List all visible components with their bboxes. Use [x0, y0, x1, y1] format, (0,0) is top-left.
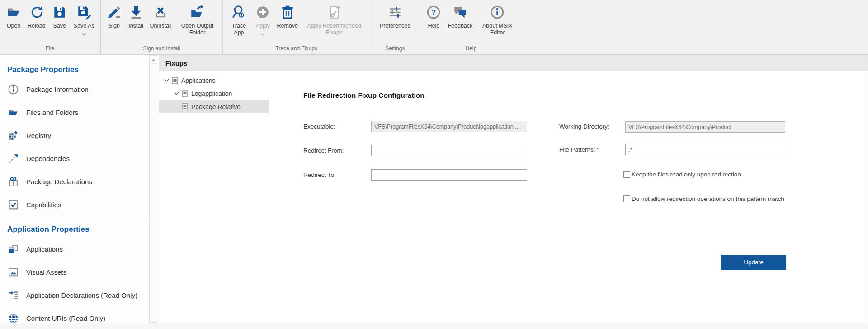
required-asterisk: * [597, 146, 599, 153]
apply-recommended-fixups-button: Apply Recommended Fixups [301, 2, 367, 36]
fixups-panel: Fixups Applications Logapplicatio [159, 55, 868, 323]
section-heading-application-properties: Application Properties [7, 225, 159, 234]
navigation-sidebar: Package Properties Package Information F… [0, 55, 159, 323]
sidebar-item-files-and-folders[interactable]: Files and Folders [7, 101, 159, 124]
tree-item-package-relative[interactable]: Package Relative [159, 100, 269, 113]
keep-read-only-checkbox[interactable]: Keep the files read only upon redirectio… [623, 171, 741, 178]
toolbar-group-settings: Preferences Settings [370, 0, 420, 54]
group-label-sign-and-install: Sign and Install [101, 44, 223, 54]
sidebar-item-application-declarations[interactable]: Application Declarations (Read Only) [7, 284, 159, 307]
redirect-to-input[interactable] [371, 169, 527, 181]
app-windows-icon [7, 243, 19, 255]
panel-title: Fixups [165, 59, 187, 67]
remove-trash-icon [280, 3, 295, 21]
save-icon [52, 3, 67, 21]
working-directory-input [625, 121, 785, 133]
chevron-down-icon [260, 30, 265, 37]
sidebar-item-dependencies[interactable]: Dependencies [7, 147, 159, 170]
group-label-help: Help [420, 44, 522, 54]
reload-button[interactable]: Reload [24, 2, 49, 29]
gift-icon [7, 176, 19, 187]
install-arrow-icon [128, 3, 144, 21]
apply-plus-icon [255, 3, 270, 21]
sidebar-item-package-declarations[interactable]: Package Declarations [7, 170, 159, 193]
sidebar-item-capabilities[interactable]: Capabilities [7, 193, 159, 216]
save-as-button[interactable]: Save As [71, 2, 98, 37]
image-icon [7, 267, 19, 278]
no-redirect-operations-checkbox[interactable]: Do not allow redirection operations on t… [623, 195, 784, 202]
open-output-folder-button[interactable]: Open Output Folder [175, 2, 220, 36]
open-folder-icon [6, 3, 21, 21]
uninstall-icon [153, 3, 168, 21]
help-button[interactable]: ? Help [423, 2, 444, 29]
document-icon [172, 77, 178, 84]
section-heading-package-properties: Package Properties [7, 65, 159, 74]
toolbar-group-trace-and-fixups: Trace App Apply Remove [223, 0, 370, 54]
chevron-down-icon [82, 30, 86, 37]
trace-app-icon [231, 3, 246, 21]
file-patterns-label: File Patterns:* [559, 144, 599, 155]
reload-icon [29, 3, 44, 21]
working-directory-label: Working Directory: [559, 121, 609, 132]
group-label-settings: Settings [370, 44, 420, 54]
svg-text:?: ? [432, 9, 436, 16]
preferences-button[interactable]: Preferences [377, 2, 413, 29]
scroll-up-arrow-icon[interactable] [150, 56, 157, 64]
executable-input [371, 121, 527, 132]
redirect-from-input[interactable] [371, 145, 527, 156]
globe-icon [7, 313, 19, 323]
toolbar-group-file: Open Reload Save Save As [0, 0, 101, 54]
sidebar-item-package-information[interactable]: Package Information [7, 78, 159, 101]
open-output-folder-icon [189, 3, 205, 21]
sidebar-scrollbar[interactable] [149, 55, 157, 323]
ribbon-toolbar: Open Reload Save Save As [0, 0, 868, 55]
save-as-icon [76, 3, 92, 21]
update-button[interactable]: Update [721, 255, 786, 270]
chevron-down-icon[interactable] [163, 79, 170, 82]
apply-button: Apply [252, 2, 274, 37]
sign-pencil-icon [107, 3, 122, 21]
save-button[interactable]: Save [49, 2, 71, 29]
info-icon [7, 84, 19, 95]
executable-label: Executable: [303, 121, 335, 132]
group-label-file: File [0, 44, 100, 54]
feedback-icon [453, 3, 468, 21]
toolbar-group-sign-and-install: Sign Install Uninstall Open Output Folde… [101, 0, 223, 54]
registry-icon [7, 130, 19, 141]
remove-button[interactable]: Remove [274, 2, 301, 29]
declarations-list-icon [7, 290, 19, 301]
document-icon [182, 90, 188, 97]
sign-button[interactable]: Sign [104, 2, 125, 29]
about-info-icon [490, 3, 505, 21]
checkbox-box[interactable] [623, 171, 630, 178]
sidebar-item-visual-assets[interactable]: Visual Assets [7, 261, 159, 284]
group-label-trace-and-fixups: Trace and Fixups [223, 44, 370, 54]
feedback-button[interactable]: Feedback [444, 2, 476, 29]
fixups-panel-header: Fixups [159, 55, 868, 71]
sidebar-item-content-uris[interactable]: Content URIs (Read Only) [7, 307, 159, 323]
sidebar-divider [7, 219, 148, 219]
sidebar-item-registry[interactable]: Registry [7, 124, 159, 147]
horizontal-scrollbar[interactable] [0, 323, 868, 329]
uninstall-button[interactable]: Uninstall [147, 2, 175, 29]
document-icon [182, 103, 188, 110]
form-title: File Redirection Fixup Configuration [303, 91, 425, 100]
redirect-to-label: Redirect To: [303, 169, 336, 181]
open-button[interactable]: Open [3, 2, 24, 29]
preferences-sliders-icon [387, 3, 403, 21]
about-msix-editor-button[interactable]: About MSIX Editor [476, 2, 519, 36]
install-button[interactable]: Install [125, 2, 147, 29]
trace-app-button[interactable]: Trace App [226, 2, 252, 36]
tree-item-applications[interactable]: Applications [159, 74, 269, 87]
file-patterns-input[interactable] [625, 144, 785, 155]
sidebar-item-applications[interactable]: Applications [7, 238, 159, 261]
apply-recommended-fixups-icon [326, 3, 342, 21]
file-redirection-form: File Redirection Fixup Configuration Exe… [269, 71, 868, 322]
toolbar-group-help: ? Help Feedback About MSIX Editor Help [420, 0, 522, 54]
tree-item-logapplication[interactable]: Logapplication [159, 87, 269, 100]
redirect-from-label: Redirect From: [303, 145, 344, 156]
chevron-down-icon[interactable] [173, 92, 180, 95]
fixups-tree: Applications Logapplication Package Rela… [159, 71, 269, 322]
dependencies-arrow-icon [7, 153, 19, 164]
checkbox-box[interactable] [623, 195, 630, 202]
